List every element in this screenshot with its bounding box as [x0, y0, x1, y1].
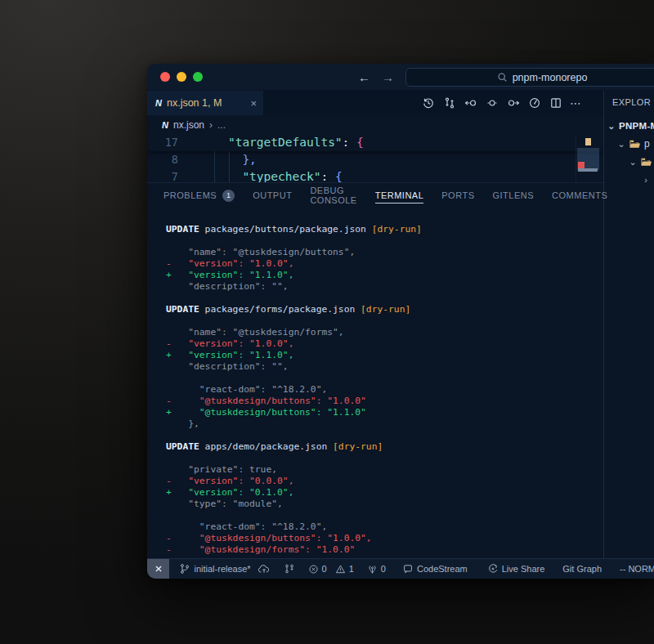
panel-tab-label: TERMINAL — [375, 190, 424, 200]
liveshare-label: Live Share — [502, 564, 545, 574]
broadcast-status[interactable]: 0 — [367, 564, 386, 575]
panel-tab-ports[interactable]: PORTS — [441, 183, 474, 208]
minimap[interactable] — [576, 134, 599, 182]
terminal-line: "private": true, — [166, 464, 603, 476]
source-control-actions-icon[interactable] — [442, 96, 456, 110]
editor-line: 17 "targetDefaults": { — [147, 134, 603, 151]
branch-compare-icon — [284, 563, 295, 575]
errors-icon — [308, 564, 319, 575]
minimap-modified-mark — [585, 138, 591, 145]
panel-tab-terminal[interactable]: TERMINAL — [375, 183, 424, 208]
tree-item-pnpm-m[interactable]: ⌄PNPM-M — [604, 117, 654, 135]
previous-change-icon[interactable] — [464, 96, 477, 110]
liveshare-status[interactable]: Live Share — [487, 563, 545, 575]
code-editor[interactable]: 17 "targetDefaults": {8 },7 "typecheck":… — [147, 134, 603, 182]
panel-tab-comments[interactable]: COMMENTS — [552, 183, 607, 208]
chevron-down-icon: ⌄ — [629, 157, 637, 168]
tree-item-folder-3[interactable]: › — [604, 171, 654, 189]
tree-item-folder-2[interactable]: ⌄ — [604, 153, 654, 171]
file-path: apps/demo/package.json — [199, 441, 333, 452]
terminal-line: - "@tuskdesign/buttons": "1.0.0" — [166, 396, 603, 407]
warnings-status[interactable]: 1 — [335, 564, 354, 575]
breadcrumb[interactable]: N nx.json › ... — [147, 115, 603, 134]
indent-guide — [229, 168, 230, 182]
panel-tab-label: PROBLEMS — [164, 190, 217, 200]
warning-icon — [335, 564, 346, 575]
tab-nx-json[interactable]: N nx.json 1, M × — [147, 91, 263, 115]
terminal-line — [166, 430, 603, 441]
command-center-search[interactable]: pnpm-monorepo — [405, 68, 654, 87]
code-line[interactable]: "typecheck": { — [188, 168, 603, 182]
minimap-cursor-mark — [578, 168, 598, 172]
error-count: 0 — [322, 564, 327, 574]
line-number: 7 — [147, 168, 188, 182]
file-path: packages/forms/package.json — [199, 304, 361, 315]
git-branch-icon — [179, 563, 190, 575]
problems-status[interactable]: 0 — [308, 564, 327, 575]
problems-badge: 1 — [222, 190, 235, 202]
terminal-line — [166, 510, 603, 521]
terminal-output[interactable]: UPDATE packages/buttons/package.json [dr… — [147, 208, 603, 558]
next-change-icon[interactable] — [506, 96, 520, 110]
git-branch-status[interactable]: initial-release* — [179, 563, 270, 575]
current-change-icon[interactable] — [485, 96, 499, 110]
vim-mode-label: -- NORM — [620, 564, 654, 574]
chevron-right-icon: › — [642, 175, 650, 185]
timeline-history-icon[interactable] — [421, 96, 435, 110]
split-editor-icon[interactable] — [549, 96, 562, 110]
code-token — [199, 136, 228, 149]
chevron-down-icon: ⌄ — [617, 139, 625, 150]
search-value: pnpm-monorepo — [513, 72, 588, 83]
panel-tab-problems[interactable]: PROBLEMS1 — [164, 183, 235, 208]
more-actions-icon[interactable]: ⋯ — [570, 96, 582, 110]
search-icon — [497, 72, 508, 83]
indent-guide — [214, 168, 215, 182]
remote-indicator[interactable] — [147, 559, 169, 579]
branch-compare-status[interactable] — [284, 563, 295, 575]
terminal-line: "type": "module", — [166, 499, 603, 510]
terminal-line: - "version": "1.0.0", — [166, 338, 603, 350]
minimize-window-button[interactable] — [177, 72, 186, 82]
terminal-line: "name": "@tuskdesign/forms", — [166, 327, 603, 338]
panel-tab-label: COMMENTS — [552, 190, 607, 200]
dry-run-tag: [dry-run] — [372, 224, 422, 235]
terminal-line: "name": "@tuskdesign/buttons", — [166, 247, 603, 258]
editor-lines: 17 "targetDefaults": {8 },7 "typecheck":… — [147, 134, 603, 182]
breadcrumb-more[interactable]: ... — [217, 119, 226, 131]
breadcrumb-file[interactable]: nx.json — [173, 119, 204, 131]
terminal-line: - "@tuskdesign/forms": "1.0.0" — [166, 544, 603, 556]
broadcast-count: 0 — [381, 564, 386, 574]
code-token: "targetDefaults" — [228, 136, 343, 149]
explorer-sidebar: EXPLOR ⌄PNPM-M⌄p⌄› — [603, 91, 654, 558]
zoom-window-button[interactable] — [193, 72, 203, 82]
panel-tab-gitlens[interactable]: GITLENS — [492, 183, 534, 208]
code-line[interactable]: "targetDefaults": { — [188, 134, 603, 151]
terminal-line: - "version": "1.0.0", — [166, 258, 603, 270]
panel-tab-debug-console[interactable]: DEBUG CONSOLE — [310, 183, 356, 208]
editor-tab-bar: N nx.json 1, M × — [147, 91, 603, 115]
close-tab-icon[interactable]: × — [250, 97, 257, 110]
code-token: "typecheck" — [242, 170, 320, 182]
tree-item-p[interactable]: ⌄p — [604, 135, 654, 153]
editor-actions: ⋯ — [421, 91, 582, 115]
run-task-icon[interactable] — [527, 96, 541, 110]
title-bar: ← → pnpm-monorepo — [147, 64, 654, 91]
terminal-line: "react-dom": "^18.2.0", — [166, 521, 603, 533]
close-window-button[interactable] — [160, 72, 170, 82]
terminal-line — [166, 373, 603, 384]
code-line[interactable]: }, — [188, 151, 603, 168]
gitgraph-status[interactable]: Git Graph — [562, 564, 602, 574]
minimap-error-mark — [578, 162, 585, 168]
nx-file-icon: N — [162, 120, 168, 130]
gitgraph-label: Git Graph — [562, 564, 602, 574]
terminal-line — [166, 315, 603, 327]
navigate-back-icon[interactable]: ← — [358, 71, 370, 83]
codestream-status[interactable]: CodeStream — [402, 563, 468, 575]
line-number: 17 — [147, 134, 188, 151]
warning-count: 1 — [349, 564, 354, 574]
code-token: }, — [242, 153, 256, 166]
panel-tabs: PROBLEMS1OUTPUTDEBUG CONSOLETERMINALPORT… — [147, 182, 603, 208]
panel-tab-output[interactable]: OUTPUT — [253, 183, 292, 208]
terminal-line: "react-dom": "^18.2.0", — [166, 384, 603, 396]
navigate-forward-icon[interactable]: → — [382, 71, 394, 83]
